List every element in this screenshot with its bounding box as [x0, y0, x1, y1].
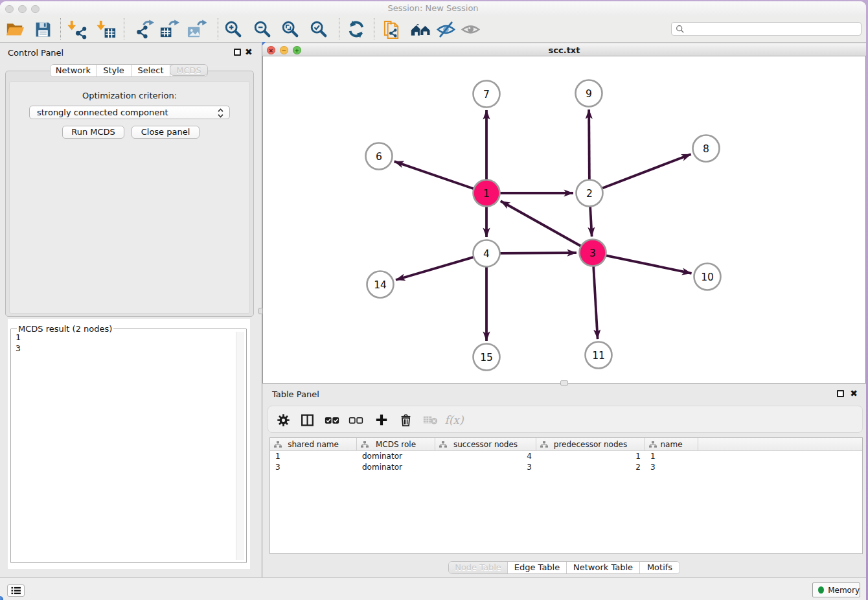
edge-2-9[interactable] — [589, 110, 589, 179]
column-header-label: name — [660, 440, 682, 449]
delete-column-button[interactable] — [394, 406, 417, 433]
zoom-out-button[interactable] — [251, 17, 274, 41]
cell-shared-name[interactable]: 1 — [270, 451, 357, 462]
search-input[interactable] — [685, 25, 847, 34]
hide-selected-button[interactable] — [434, 17, 457, 41]
horizontal-splitter-grip[interactable] — [560, 380, 568, 386]
network-canvas[interactable]: 1234678910111415 — [262, 56, 866, 384]
cell-name[interactable]: 3 — [645, 462, 698, 473]
first-neighbors-button[interactable] — [409, 17, 432, 41]
column-type-icon — [439, 441, 447, 448]
export-network-button[interactable] — [133, 17, 156, 41]
memory-button[interactable]: Memory — [812, 583, 860, 597]
cell-predecessor-nodes[interactable]: 2 — [536, 462, 645, 473]
select-all-icon — [325, 415, 339, 425]
tab-edge-table[interactable]: Edge Table — [508, 562, 567, 573]
edge-4-3[interactable] — [500, 253, 577, 253]
column-header-name[interactable]: name — [645, 438, 698, 450]
tab-node-table[interactable]: Node Table — [449, 562, 508, 573]
zoom-fit-button[interactable] — [279, 17, 302, 41]
cell-predecessor-nodes[interactable]: 1 — [536, 451, 645, 462]
cell-successor-nodes[interactable]: 3 — [435, 462, 536, 473]
tab-select[interactable]: Select — [131, 65, 170, 76]
tab-network-table[interactable]: Network Table — [567, 562, 640, 573]
search-icon — [676, 25, 685, 34]
show-all-button[interactable] — [459, 17, 482, 41]
cell-successor-nodes[interactable]: 4 — [435, 451, 536, 462]
close-panel-icon[interactable]: ✖ — [245, 49, 253, 56]
import-table-button[interactable] — [95, 17, 118, 41]
edge-3-11[interactable] — [593, 266, 597, 339]
network-window-titlebar[interactable]: × − + scc.txt — [262, 43, 866, 56]
table-settings-button[interactable] — [272, 406, 294, 433]
cell-MCDS-role[interactable]: dominator — [357, 462, 435, 473]
cell-name[interactable]: 1 — [645, 451, 698, 462]
task-history-button[interactable] — [7, 584, 25, 597]
import-network-icon — [67, 19, 87, 40]
column-header-successor-nodes[interactable]: successor nodes — [435, 438, 536, 450]
delete-table-icon — [423, 415, 438, 425]
column-header-MCDS-role[interactable]: MCDS role — [357, 438, 435, 450]
node-label-2: 2 — [586, 188, 593, 200]
tab-motifs[interactable]: Motifs — [640, 562, 680, 573]
open-session-button[interactable] — [3, 17, 27, 41]
node-label-3: 3 — [589, 248, 596, 259]
deselect-all-button[interactable] — [345, 406, 367, 433]
close-table-panel-icon[interactable]: ✖ — [850, 390, 858, 397]
mcds-result-text[interactable]: 1 3 — [13, 332, 236, 560]
edge-3-1[interactable] — [501, 201, 581, 246]
table-row-1[interactable]: 1dominator411 — [270, 451, 862, 462]
optimization-criterion-select[interactable]: strongly connected component — [29, 106, 230, 119]
edge-3-10[interactable] — [606, 255, 692, 273]
cell-shared-name[interactable]: 3 — [270, 462, 357, 473]
tab-style[interactable]: Style — [97, 65, 131, 76]
network-graph[interactable]: 1234678910111415 — [263, 56, 865, 382]
function-builder-button[interactable]: f(x) — [443, 406, 465, 433]
column-header-predecessor-nodes[interactable]: predecessor nodes — [536, 438, 645, 450]
table-panel: Table Panel ✖ f(x) shared nameMCDS roles… — [262, 386, 866, 577]
cell-MCDS-role[interactable]: dominator — [357, 451, 435, 462]
float-panel-icon[interactable] — [234, 49, 241, 56]
new-network-from-selection-button[interactable] — [380, 17, 403, 41]
zoom-in-button[interactable] — [222, 17, 245, 41]
tab-network[interactable]: Network — [51, 65, 97, 76]
node-table: shared nameMCDS rolesuccessor nodesprede… — [269, 437, 863, 554]
column-header-label: MCDS role — [376, 440, 416, 449]
column-type-icon — [540, 441, 548, 448]
table-tabs: Node TableEdge TableNetwork TableMotifs — [262, 561, 866, 574]
delete-table-button[interactable] — [419, 406, 441, 433]
float-table-panel-icon[interactable] — [837, 390, 844, 397]
toolbar-separator — [60, 18, 61, 40]
toolbar-separator — [124, 18, 124, 40]
select-all-button[interactable] — [321, 406, 343, 433]
toolbar-separator — [339, 18, 339, 40]
create-column-button[interactable] — [371, 406, 393, 433]
edge-1-6[interactable] — [394, 161, 474, 189]
column-header-label: shared name — [288, 440, 339, 449]
search-field[interactable] — [671, 22, 862, 36]
import-network-button[interactable] — [65, 17, 89, 41]
tab-mcds[interactable]: MCDS — [170, 64, 208, 76]
edge-4-14[interactable] — [396, 257, 474, 280]
eye-icon — [461, 19, 481, 40]
toolbar-separator — [374, 18, 374, 40]
save-session-button[interactable] — [31, 17, 54, 41]
memory-status-icon — [818, 586, 824, 594]
zoom-selected-button[interactable] — [307, 17, 330, 41]
export-table-button[interactable] — [157, 17, 181, 41]
run-mcds-button[interactable]: Run MCDS — [62, 126, 124, 139]
window-titlebar: Session: New Session — [0, 1, 866, 16]
column-header-label: successor nodes — [453, 440, 518, 449]
toolbar-separator — [218, 18, 218, 40]
result-scrollbar[interactable] — [236, 332, 244, 560]
close-panel-button[interactable]: Close panel — [131, 126, 200, 139]
column-type-icon — [274, 441, 282, 448]
edge-2-3[interactable] — [590, 207, 592, 237]
table-row-3[interactable]: 3dominator323 — [270, 462, 862, 473]
edge-2-8[interactable] — [602, 154, 691, 189]
export-image-button[interactable] — [185, 17, 208, 41]
node-label-8: 8 — [703, 143, 709, 155]
show-column-panel-button[interactable] — [296, 406, 318, 433]
apply-layout-button[interactable] — [345, 17, 368, 41]
column-header-shared-name[interactable]: shared name — [270, 438, 357, 450]
